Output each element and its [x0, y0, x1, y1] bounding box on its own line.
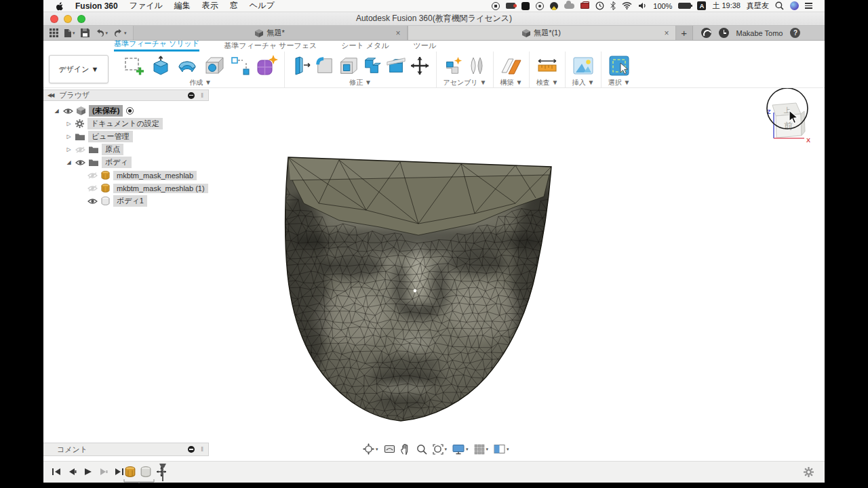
move-icon[interactable] — [410, 54, 430, 77]
tab-tools[interactable]: ツール — [414, 41, 437, 52]
create-form-icon[interactable] — [255, 54, 278, 77]
line-app-icon[interactable] — [521, 2, 530, 10]
comments-header[interactable]: コメント ‖ — [43, 443, 209, 456]
document-tab-untitled[interactable]: 無題* × — [133, 26, 408, 40]
tree-row-bodies[interactable]: ◢ ボディ — [43, 156, 209, 169]
menu-clock[interactable]: 土 19:38 — [712, 1, 741, 11]
tree-row-origin[interactable]: ▷ 原点 — [43, 143, 209, 156]
app-grid-icon[interactable] — [50, 28, 58, 37]
menu-window[interactable]: 窓 — [230, 0, 238, 12]
apple-menu-icon[interactable] — [56, 1, 64, 11]
siri-icon[interactable] — [790, 1, 799, 10]
screen-record-stop-icon[interactable] — [492, 2, 500, 10]
collapsed-icon[interactable]: ▷ — [66, 146, 72, 152]
insert-image-icon[interactable] — [572, 54, 595, 77]
zoom-window-button[interactable] — [77, 15, 85, 23]
expand-icon[interactable]: ◢ — [66, 159, 72, 165]
measure-icon[interactable] — [536, 54, 559, 77]
notify-status-icon[interactable] — [550, 2, 558, 10]
tree-item-label[interactable]: ボディ — [102, 157, 132, 168]
tree-row-view-mgmt[interactable]: ▷ ビュー管理 — [43, 130, 209, 143]
pattern-icon[interactable] — [229, 54, 252, 77]
tree-row-document[interactable]: ◢ (未保存) — [43, 104, 209, 117]
tree-row-doc-settings[interactable]: ▷ ドキュメントの設定 — [43, 117, 209, 130]
new-component-icon[interactable] — [443, 54, 463, 77]
shell-icon[interactable] — [338, 54, 359, 77]
fillet-icon[interactable] — [315, 54, 335, 77]
body-label[interactable]: ボディ1 — [113, 195, 147, 207]
timeline-skip-end-button[interactable] — [115, 468, 124, 476]
model-viewport[interactable]: 上 前 Z X ◀◀ ブラウザ ‖ ◢ (未保存) — [43, 88, 825, 461]
extrude-icon[interactable] — [149, 54, 172, 77]
file-menu-icon[interactable]: ▾ — [64, 28, 75, 38]
timeline-step-forward-button[interactable] — [99, 468, 108, 476]
group-label-construct[interactable]: 構築 ▼ — [500, 78, 523, 87]
eye-visible-icon[interactable] — [87, 198, 98, 205]
group-label-create[interactable]: 作成 ▼ — [189, 78, 212, 87]
minimize-panel-icon[interactable] — [188, 446, 195, 453]
menu-help[interactable]: ヘルプ — [250, 0, 275, 12]
menu-user[interactable]: 真壁友 — [747, 1, 769, 11]
orbit-tool-icon[interactable]: ▾ — [363, 443, 378, 455]
notification-center-icon[interactable] — [805, 1, 812, 11]
document-name[interactable]: (未保存) — [89, 105, 123, 117]
document-tab-untitled-1[interactable]: 無題*(1) × — [408, 26, 676, 40]
tree-row-body1[interactable]: ボディ1 — [43, 195, 209, 207]
zoom-tool-icon[interactable] — [416, 444, 427, 455]
eye-visible-icon[interactable] — [75, 159, 85, 166]
eye-visible-icon[interactable] — [63, 108, 73, 115]
revolve-icon[interactable] — [176, 54, 199, 77]
mesh-body-label[interactable]: mkbtm_mask_meshlab (1) — [113, 184, 208, 193]
record-status-icon[interactable] — [536, 2, 544, 10]
spotlight-icon[interactable] — [775, 1, 784, 11]
grid-settings-icon[interactable]: ▾ — [474, 444, 489, 455]
input-source-icon[interactable]: A — [697, 1, 706, 10]
tab-sheet-metal[interactable]: シート メタル — [341, 41, 389, 52]
menu-file[interactable]: ファイル — [130, 0, 163, 12]
browser-header[interactable]: ◀◀ ブラウザ ‖ — [43, 89, 209, 101]
minimize-panel-icon[interactable] — [188, 92, 195, 99]
menu-edit[interactable]: 編集 — [174, 0, 191, 12]
collapsed-icon[interactable]: ▷ — [66, 134, 72, 140]
combine-icon[interactable] — [362, 54, 382, 77]
timeline-play-button[interactable] — [83, 468, 92, 476]
collapse-panel-icon[interactable]: ◀◀ — [47, 92, 53, 98]
tree-item-label[interactable]: ビュー管理 — [88, 131, 133, 142]
mesh-body-label[interactable]: mkbtm_mask_meshlab — [113, 171, 197, 180]
close-tab-icon[interactable]: × — [396, 28, 401, 38]
viewports-icon[interactable]: ▾ — [494, 444, 509, 454]
hole-icon[interactable] — [202, 54, 225, 77]
volume-icon[interactable] — [638, 1, 647, 11]
time-machine-icon[interactable] — [595, 1, 604, 11]
timeline-mesh-feature-icon-disabled[interactable] — [140, 466, 151, 477]
close-tab-icon[interactable]: × — [665, 28, 669, 38]
press-pull-icon[interactable] — [291, 54, 311, 77]
menu-view[interactable]: 表示 — [202, 0, 218, 12]
redo-icon[interactable]: ▾ — [113, 28, 127, 37]
group-label-select[interactable]: 選択 ▼ — [608, 78, 631, 87]
display-settings-icon[interactable]: ▾ — [452, 444, 469, 455]
job-status-icon[interactable] — [701, 28, 711, 38]
joint-icon[interactable] — [467, 54, 487, 77]
minimize-window-button[interactable] — [64, 15, 72, 23]
bluetooth-icon[interactable] — [610, 1, 616, 11]
eye-hidden-icon[interactable] — [87, 172, 98, 179]
workspace-selector[interactable]: デザイン ▼ — [49, 55, 108, 83]
cloud-status-icon[interactable] — [564, 3, 574, 9]
panel-grip[interactable]: ‖ — [201, 92, 204, 99]
collapsed-icon[interactable]: ▷ — [66, 121, 72, 127]
timeline-skip-start-button[interactable] — [52, 468, 61, 476]
undo-icon[interactable]: ▾ — [95, 28, 108, 37]
tab-solid[interactable]: 基準フィーチャ ソリッド — [114, 39, 199, 52]
toolbox-status-icon[interactable] — [580, 3, 589, 9]
group-label-insert[interactable]: 挿入 ▼ — [572, 78, 595, 87]
create-sketch-icon[interactable] — [123, 54, 146, 77]
save-icon[interactable] — [81, 28, 90, 37]
group-label-modify[interactable]: 修正 ▼ — [349, 78, 372, 87]
tree-item-label[interactable]: 原点 — [102, 144, 123, 155]
tab-surface[interactable]: 基準フィーチャ サーフェス — [224, 41, 317, 52]
timeline-settings-gear-icon[interactable] — [804, 467, 814, 477]
group-label-assemble[interactable]: アセンブリ ▼ — [443, 78, 487, 87]
construction-plane-icon[interactable] — [500, 54, 523, 77]
view-cube[interactable]: 上 前 Z X — [758, 88, 823, 167]
